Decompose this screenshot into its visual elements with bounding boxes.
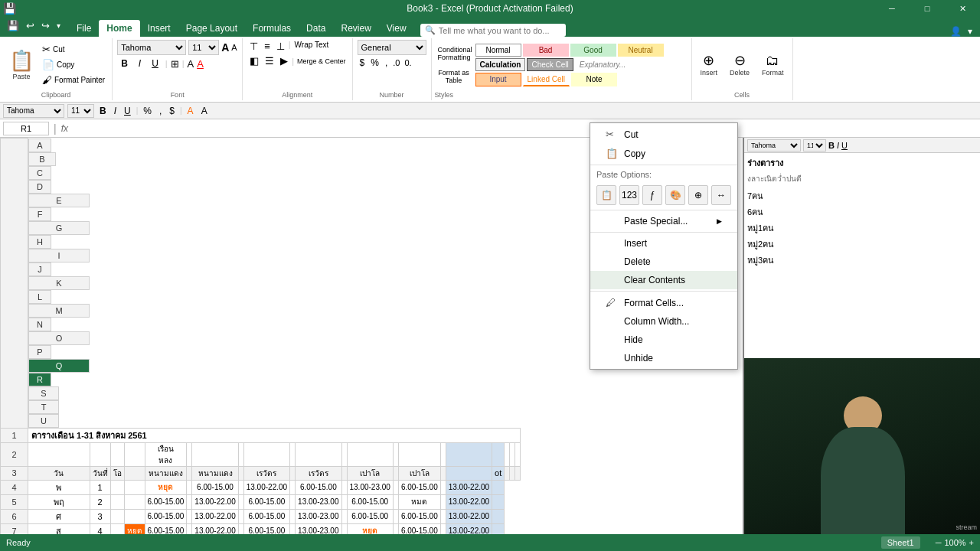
cell[interactable]: 6.00-15.00 (243, 523, 289, 534)
cell[interactable] (187, 442, 192, 466)
style-note[interactable]: Note (571, 73, 617, 86)
context-cut[interactable]: ✂ Cut (590, 125, 737, 144)
context-copy[interactable]: 📋 Copy (590, 144, 737, 163)
cell[interactable] (290, 494, 296, 509)
right-italic-btn[interactable]: I (837, 141, 839, 150)
cell[interactable] (446, 442, 492, 466)
cell[interactable] (440, 480, 446, 494)
cell[interactable] (341, 442, 347, 466)
cell[interactable] (238, 480, 243, 494)
col-header-a[interactable]: A (28, 139, 51, 152)
cell[interactable] (90, 442, 110, 466)
align-middle-btn[interactable]: ≡ (262, 40, 273, 53)
title-cell[interactable]: ตารางเดือน 1-31 สิงหาคม 2561 (28, 428, 521, 442)
mini-font-name[interactable]: Tahoma (3, 104, 64, 118)
cell[interactable]: 3 (90, 509, 110, 523)
decrease-font-btn[interactable]: A (231, 43, 237, 52)
mini-bold-btn[interactable]: B (97, 106, 109, 116)
cell[interactable]: 13.00-22.00 (446, 494, 492, 509)
row-number[interactable]: 1 (1, 428, 28, 442)
cell[interactable]: ศ (28, 509, 90, 523)
mini-italic-btn[interactable]: I (112, 106, 119, 116)
cell[interactable] (341, 494, 347, 509)
cell[interactable]: 6.00-15.00 (192, 480, 238, 494)
cell[interactable]: 6.00-15.00 (398, 480, 440, 494)
cell[interactable]: เรวัตร (243, 466, 289, 480)
cell[interactable]: 6.00-15.00 (347, 509, 393, 523)
row-number[interactable]: 3 (1, 466, 28, 480)
paste-icon-2[interactable]: 123 (619, 185, 639, 205)
cell[interactable] (192, 442, 238, 466)
col-header-k[interactable]: K (28, 276, 90, 290)
cell[interactable]: 2 (90, 494, 110, 509)
cell[interactable] (440, 466, 446, 480)
cell[interactable]: 13.00-22.00 (192, 509, 238, 523)
cell[interactable] (290, 466, 296, 480)
cell[interactable]: 6.00-15.00 (145, 494, 187, 509)
copy-button[interactable]: 📄 Copy (40, 57, 107, 72)
col-header-i[interactable]: I (28, 249, 90, 262)
row-number[interactable]: 2 (1, 442, 28, 466)
row-number[interactable]: 4 (1, 480, 28, 494)
style-input[interactable]: Input (475, 73, 521, 86)
comma-btn[interactable]: , (383, 57, 390, 69)
wrap-text-btn[interactable]: Wrap Text (292, 40, 332, 53)
row-number[interactable]: 6 (1, 509, 28, 523)
context-hide[interactable]: Hide (590, 331, 737, 349)
cell[interactable]: ส (28, 523, 90, 534)
conditional-formatting-btn[interactable]: ConditionalFormatting (435, 43, 473, 64)
cell[interactable]: หยุด (124, 523, 145, 534)
col-header-e[interactable]: E (28, 194, 90, 207)
col-header-b[interactable]: B (28, 152, 56, 166)
cell[interactable] (393, 442, 398, 466)
context-insert[interactable]: Insert (590, 234, 737, 253)
cell[interactable]: 6.00-15.00 (243, 509, 289, 523)
tab-page-layout[interactable]: Page Layout (178, 20, 245, 37)
context-clear-contents[interactable]: Clear Contents (590, 271, 737, 289)
cell[interactable] (492, 523, 505, 534)
cell[interactable] (341, 509, 347, 523)
col-header-p[interactable]: P (28, 345, 51, 359)
col-header-f[interactable]: F (28, 207, 51, 221)
close-button[interactable]: ✕ (945, 0, 980, 17)
border-btn[interactable]: ⊞ (171, 58, 179, 70)
cell[interactable] (446, 466, 492, 480)
cell[interactable] (393, 509, 398, 523)
sheet-tab[interactable]: Sheet1 (881, 536, 920, 549)
tab-review[interactable]: Review (333, 20, 378, 37)
cell[interactable] (110, 480, 124, 494)
cell[interactable] (398, 442, 440, 466)
tab-insert[interactable]: Insert (140, 20, 178, 37)
paste-icon-5[interactable]: ⊕ (688, 185, 708, 205)
cell[interactable]: 6.00-15.00 (145, 523, 187, 534)
paste-icon-3[interactable]: ƒ (642, 185, 662, 205)
cell[interactable] (347, 442, 393, 466)
row-number[interactable]: 7 (1, 523, 28, 534)
right-size-select[interactable]: 11 (803, 139, 826, 152)
cell[interactable] (110, 494, 124, 509)
save-quick-btn[interactable]: 💾 (5, 18, 21, 33)
col-header-n[interactable]: N (28, 318, 51, 331)
style-bad[interactable]: Bad (523, 44, 569, 57)
cell[interactable]: 1 (90, 480, 110, 494)
cell[interactable] (492, 509, 505, 523)
cell[interactable]: หยุด (347, 523, 393, 534)
cell[interactable]: 4 (90, 523, 110, 534)
cell[interactable]: หนามแดง (145, 466, 187, 480)
cell[interactable]: หมด (398, 494, 440, 509)
cell[interactable] (290, 509, 296, 523)
cell[interactable] (492, 494, 505, 509)
cell[interactable] (124, 442, 145, 466)
cell[interactable]: หยุด (145, 480, 187, 494)
cell[interactable]: 6.00-15.00 (296, 480, 341, 494)
context-unhide[interactable]: Unhide (590, 349, 737, 367)
col-header-g[interactable]: G (28, 221, 90, 235)
cell[interactable] (492, 442, 505, 466)
cell[interactable]: หนามแดง (192, 466, 238, 480)
col-header-t[interactable]: T (28, 400, 59, 414)
row-number[interactable]: 5 (1, 494, 28, 509)
cell-reference-input[interactable] (3, 122, 49, 135)
cell[interactable] (243, 442, 289, 466)
cell[interactable]: 13.00-22.00 (446, 523, 492, 534)
align-top-btn[interactable]: ⊤ (247, 40, 260, 53)
